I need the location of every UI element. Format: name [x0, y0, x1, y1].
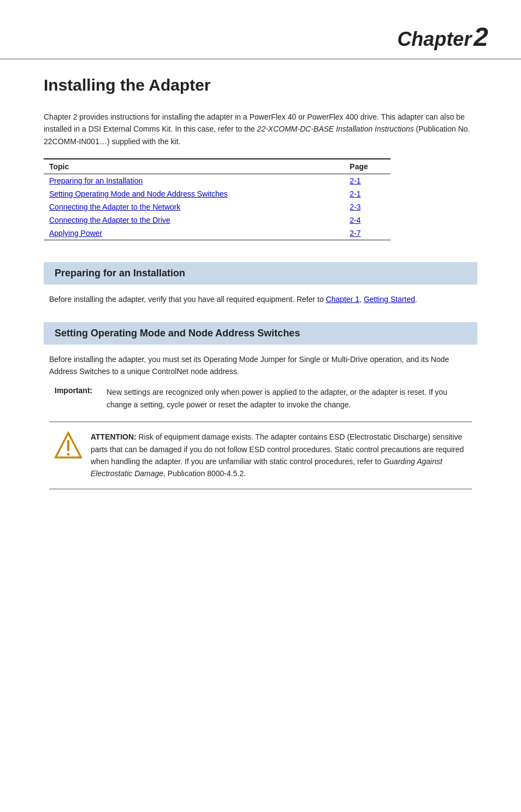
toc-col-topic: Topic	[44, 159, 344, 174]
section-setting-header: Setting Operating Mode and Node Address …	[44, 322, 477, 345]
toc-topic-cell: Setting Operating Mode and Node Address …	[44, 187, 344, 200]
toc-page-link-preparing[interactable]: 2-1	[350, 176, 360, 185]
toc-topic-cell: Connecting the Adapter to the Network	[44, 200, 344, 214]
toc-link-drive[interactable]: Connecting the Adapter to the Drive	[49, 216, 170, 224]
toc-link-preparing[interactable]: Preparing for an Installation	[49, 176, 143, 185]
chapter-label: Chapter	[397, 28, 471, 50]
link-getting-started[interactable]: Getting Started	[364, 295, 415, 304]
toc-topic-cell: Preparing for an Installation	[44, 174, 344, 188]
section-preparing-title: Preparing for an Installation	[55, 268, 466, 279]
table-row: Connecting the Adapter to the Network 2-…	[44, 200, 390, 214]
section-setting-title: Setting Operating Mode and Node Address …	[55, 328, 466, 339]
toc-table: Topic Page Preparing for an Installation…	[44, 158, 390, 240]
toc-page-link-setting[interactable]: 2-1	[350, 189, 360, 198]
table-row: Preparing for an Installation 2-1	[44, 174, 390, 188]
toc-link-setting[interactable]: Setting Operating Mode and Node Address …	[49, 189, 228, 198]
svg-point-2	[67, 453, 70, 456]
chapter-header: Chapter 2	[0, 0, 521, 60]
intro-paragraph: Chapter 2 provides instructions for inst…	[44, 111, 477, 147]
link-chapter1[interactable]: Chapter 1	[326, 295, 359, 304]
toc-page-cell: 2-7	[344, 227, 390, 240]
page-title: Installing the Adapter	[44, 76, 477, 94]
section-preparing-text: Before installing the adapter, verify th…	[49, 293, 472, 305]
table-row: Applying Power 2-7	[44, 227, 390, 240]
important-label: Important:	[55, 386, 104, 411]
toc-page-link-power[interactable]: 2-7	[350, 229, 360, 238]
section-setting-text: Before installing the adapter, you must …	[49, 353, 472, 378]
attention-box: ATTENTION: Risk of equipment damage exis…	[49, 422, 472, 489]
page: Chapter 2 Installing the Adapter Chapter…	[0, 0, 521, 812]
attention-text: ATTENTION: Risk of equipment damage exis…	[91, 431, 466, 480]
attention-label: ATTENTION:	[91, 432, 137, 441]
important-text: New settings are recognized only when po…	[106, 386, 472, 411]
toc-page-link-drive[interactable]: 2-4	[350, 216, 360, 224]
toc-topic-cell: Connecting the Adapter to the Drive	[44, 214, 344, 227]
toc-topic-cell: Applying Power	[44, 227, 344, 240]
main-content: Installing the Adapter Chapter 2 provide…	[0, 76, 521, 517]
warning-triangle-icon	[55, 431, 82, 461]
toc-page-cell: 2-1	[344, 187, 390, 200]
toc-col-page: Page	[344, 159, 390, 174]
important-note: Important: New settings are recognized o…	[49, 386, 472, 411]
table-row: Connecting the Adapter to the Drive 2-4	[44, 214, 390, 227]
section-setting-body: Before installing the adapter, you must …	[44, 353, 477, 489]
toc-page-cell: 2-1	[344, 174, 390, 188]
toc-page-cell: 2-4	[344, 214, 390, 227]
toc-link-network[interactable]: Connecting the Adapter to the Network	[49, 203, 180, 211]
toc-page-link-network[interactable]: 2-3	[350, 203, 360, 211]
toc-page-cell: 2-3	[344, 200, 390, 214]
section-preparing-header: Preparing for an Installation	[44, 262, 477, 285]
toc-link-power[interactable]: Applying Power	[49, 229, 102, 238]
section-preparing-body: Before installing the adapter, verify th…	[44, 293, 477, 305]
chapter-number: 2	[473, 22, 488, 51]
table-row: Setting Operating Mode and Node Address …	[44, 187, 390, 200]
